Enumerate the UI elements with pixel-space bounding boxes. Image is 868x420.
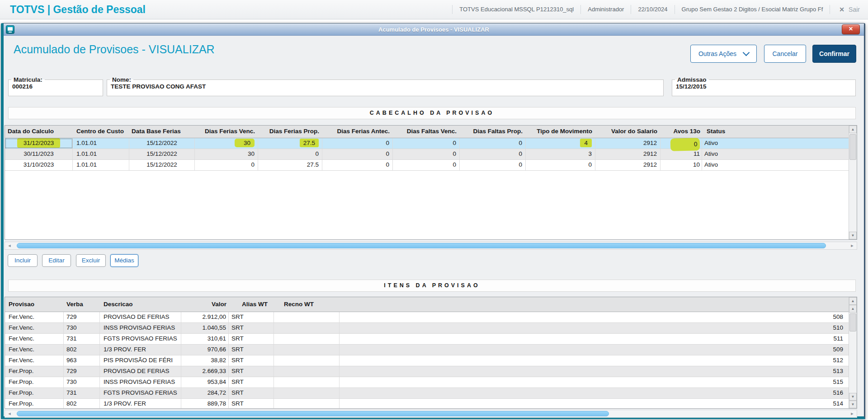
grid-cell: Fer.Prop. (5, 388, 64, 398)
column-header: Dias Faltas Prop. (460, 126, 526, 138)
table-row[interactable]: 30/11/20231.01.0115/12/20223000003291211… (5, 149, 849, 160)
grid-cell: Ativo (702, 149, 849, 159)
grid-cell: 31/10/2023 (5, 160, 73, 170)
table-row[interactable]: Fer.Prop.729PROVISAO DE FERIAS2.669,33SR… (5, 366, 849, 377)
scroll-up-button[interactable]: ▲ (849, 126, 857, 133)
grid-cell: 1.040,55 (181, 323, 229, 333)
grid-cell (274, 345, 340, 355)
grid-cell (274, 377, 340, 387)
grid-cell: Ativo (702, 160, 849, 170)
grid-cell: 0 (460, 138, 526, 149)
table-row[interactable]: Fer.Venc.963PIS PROVISÃO DE FÉRI38,82SRT… (5, 355, 849, 366)
grid-cell: 0 (526, 160, 595, 170)
scroll-up-button[interactable]: ▲ (849, 305, 857, 313)
column-header: Data Base Ferias (129, 126, 195, 138)
grid-cell: 889,78 (181, 399, 229, 408)
incluir-button[interactable]: Incluir (8, 254, 38, 267)
grid-cell: 0 (195, 160, 258, 170)
scroll-right-button[interactable]: ► (849, 242, 856, 249)
grid-cell: 0 (393, 149, 460, 159)
column-header: Status (702, 126, 849, 138)
column-header: Avos 13o (660, 126, 702, 138)
chevron-down-icon (743, 49, 750, 56)
column-header: Centro de Custo (73, 126, 129, 138)
cabecalho-vertical-scrollbar[interactable]: ▲ ▼ (849, 126, 857, 239)
table-row[interactable]: 31/10/20231.01.0115/12/2022027.500002912… (5, 160, 849, 171)
scroll-left-button[interactable]: ◄ (6, 410, 13, 417)
grid-cell: Fer.Prop. (5, 366, 64, 377)
grid-cell: 512 (340, 355, 849, 366)
grid-cell: FGTS PROVISAO FERIAS (100, 334, 181, 344)
scroll-left-button[interactable]: ◄ (6, 242, 13, 249)
scroll-right-button[interactable]: ► (849, 410, 856, 417)
grid-cell: 0 (322, 138, 393, 149)
grid-cell: 0 (258, 149, 322, 159)
outras-acoes-button[interactable]: Outras Ações (690, 45, 757, 63)
scroll-down-button[interactable]: ▼ (849, 393, 857, 401)
table-row[interactable]: Fer.Prop.731FGTS PROVISAO FERIAS284,72SR… (5, 388, 849, 399)
grid-cell: 514 (340, 399, 849, 408)
table-row[interactable]: Fer.Venc.729PROVISAO DE FERIAS2.912,00SR… (5, 312, 849, 323)
logout-button[interactable]: ✕Sair (830, 5, 868, 14)
grid-cell: 1.01.01 (73, 149, 129, 159)
column-header: Valor (181, 297, 229, 312)
cabecalho-section-title: CABECALHO DA PROVISAO (8, 107, 856, 119)
cabecalho-grid-header: Data do CalculoCentro de CustoData Base … (5, 126, 849, 138)
nome-label: Nome: (110, 76, 133, 83)
scroll-down-button[interactable]: ▼ (849, 232, 857, 239)
grid-cell: 0 (660, 138, 702, 149)
grid-cell: SRT (229, 345, 274, 355)
medias-button[interactable]: Médias (110, 254, 138, 267)
scroll-thumb[interactable] (849, 313, 856, 331)
grid-cell: 3 (526, 149, 595, 159)
highlight-mark: 31/12/2023 (17, 138, 61, 148)
table-row[interactable]: 31/12/20231.01.0115/12/20223027.50004291… (5, 138, 849, 149)
cancelar-button[interactable]: Cancelar (764, 45, 806, 63)
grid-cell: 2912 (595, 160, 660, 170)
highlight-mark: 27.5 (300, 139, 319, 147)
itens-horizontal-scrollbar[interactable]: ◄ ► (5, 410, 857, 418)
nome-field: Nome: TESTE PROVISAO CONG AFAST (107, 76, 664, 96)
grid-cell: 731 (64, 388, 100, 398)
cabecalho-horizontal-scrollbar[interactable]: ◄ ► (5, 242, 857, 250)
scroll-down-button[interactable]: ▼ (849, 401, 857, 408)
table-row[interactable]: Fer.Prop.730INSS PROVISAO FERIAS953,84SR… (5, 377, 849, 388)
grid-cell: PROVISAO DE FERIAS (100, 366, 181, 377)
topbar-item: Administrador (580, 5, 631, 14)
grid-cell: 310,61 (181, 334, 229, 344)
admissao-field: Admissao 15/12/2015 (672, 76, 856, 96)
grid-cell (274, 355, 340, 366)
editar-button[interactable]: Editar (42, 254, 71, 267)
itens-vertical-scrollbar[interactable]: ▲ ▲ ▼ ▼ (849, 297, 857, 408)
scroll-thumb[interactable] (17, 243, 826, 248)
topbar-item: TOTVS Educacional MSSQL P1212310_sql (452, 5, 580, 14)
cabecalho-grid: Data do CalculoCentro de CustoData Base … (5, 125, 857, 240)
scroll-thumb[interactable] (17, 411, 609, 416)
grid-cell (274, 366, 340, 377)
grid-cell: 963 (64, 355, 100, 366)
outras-acoes-label: Outras Ações (698, 50, 736, 57)
window-close-button[interactable]: ✕ (842, 24, 860, 34)
scroll-up-button[interactable]: ▲ (849, 297, 857, 305)
excluir-button[interactable]: Excluir (76, 254, 106, 267)
grid-cell: 802 (64, 345, 100, 355)
table-row[interactable]: Fer.Venc.731FGTS PROVISAO FERIAS310,61SR… (5, 334, 849, 345)
highlight-mark: 0 (670, 138, 700, 151)
table-row[interactable]: Fer.Prop.8021/3 PROV. FER889,78SRT514 (5, 399, 849, 408)
itens-grid: ProvisaoVerbaDescricaoValorAlias WTRecno… (5, 297, 857, 409)
grid-cell: 729 (64, 366, 100, 377)
page-title: Acumulado de Provisoes - VISUALIZAR (14, 43, 215, 56)
grid-cell: SRT (229, 377, 274, 387)
table-row[interactable]: Fer.Venc.8021/3 PROV. FER970,66SRT509 (5, 345, 849, 355)
column-header: Dias Ferias Antec. (322, 126, 393, 138)
grid-cell: 0 (460, 160, 526, 170)
grid-cell: 1/3 PROV. FER (100, 399, 181, 408)
table-row[interactable]: Fer.Venc.730INSS PROVISAO FERIAS1.040,55… (5, 323, 849, 334)
scroll-thumb[interactable] (849, 134, 856, 160)
column-header: Valor do Salario (595, 126, 660, 138)
confirmar-button[interactable]: Confirmar (812, 45, 856, 63)
window-title-bar: Acumulado de Provisoes - VISUALIZAR ✕ (4, 23, 864, 36)
itens-grid-header: ProvisaoVerbaDescricaoValorAlias WTRecno… (5, 297, 849, 312)
nome-value: TESTE PROVISAO CONG AFAST (107, 83, 663, 92)
grid-cell: SRT (229, 366, 274, 377)
